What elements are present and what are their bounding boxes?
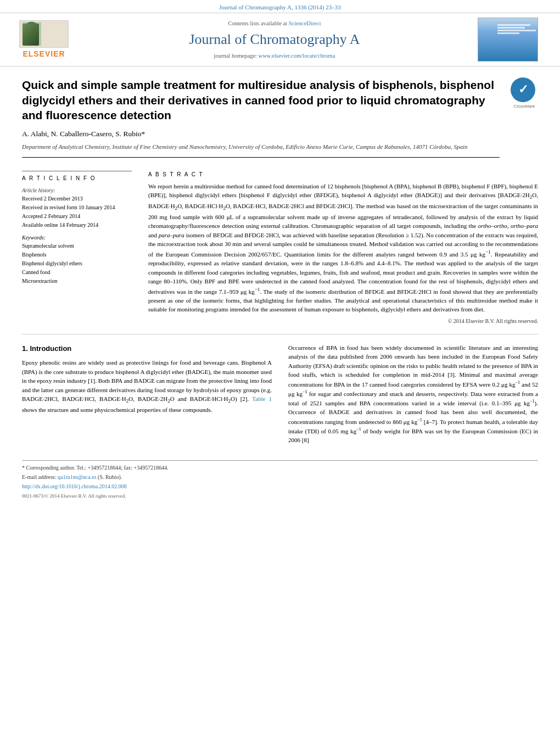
svg-point-3 [24,27,35,37]
main-content: Quick and simple sample treatment for mu… [0,66,560,510]
abstract-column: A B S T R A C T We report herein a multi… [148,171,538,325]
sciencedirect-link[interactable]: ScienceDirect [289,20,321,26]
article-info-column: A R T I C L E I N F O Article history: R… [22,171,132,325]
svg-point-4 [28,32,39,41]
crossmark-label: CrossMark [511,103,538,109]
keyword-1: Supramolecular solvent [22,242,132,250]
affiliation: Department of Analytical Chemistry, Inst… [22,143,500,157]
cover-line-4 [497,32,519,34]
intro-section-title: 1. Introduction [22,343,272,354]
body-left-col: 1. Introduction Epoxy phenolic resins ar… [22,343,272,449]
footnote-section: * Corresponding author. Tel.: +349572186… [22,460,538,500]
page: Journal of Chromatography A, 1336 (2014)… [0,0,560,742]
journal-title: Journal of Chromatography A [77,30,472,49]
history-label: Article history: [22,187,132,194]
footnote-author: * Corresponding author. Tel.: +349572186… [22,464,538,472]
journal-citation: Journal of Chromatography A, 1336 (2014)… [219,4,341,10]
elsevier-tree-svg [20,20,68,48]
crossmark-logo: ✓ CrossMark [511,77,538,105]
abstract-header: A B S T R A C T [148,171,538,178]
journal-cover-area [478,18,544,62]
table-1-ref[interactable]: Table 1 [252,395,272,402]
keywords-group: Keywords: Supramolecular solvent Bisphen… [22,234,132,286]
footnote-doi: http://dx.doi.org/10.1016/j.chroma.2014.… [22,483,538,490]
article-info-box: A R T I C L E I N F O Article history: R… [22,171,132,286]
journal-top-bar: Journal of Chromatography A, 1336 (2014)… [0,0,560,13]
header-section: ELSEVIER Contents lists available at Sci… [0,13,560,66]
section-divider-1 [22,334,538,334]
cover-decoration [497,24,536,34]
svg-rect-5 [31,41,33,45]
cover-line-1 [497,24,530,26]
article-info-abstract-section: A R T I C L E I N F O Article history: R… [22,171,538,325]
elsevier-logo: ELSEVIER [16,20,71,60]
article-title-section: Quick and simple sample treatment for mu… [22,77,538,164]
introduction-section: 1. Introduction Epoxy phenolic resins ar… [22,343,538,449]
contents-line: Contents lists available at ScienceDirec… [77,20,472,28]
issn-line: 0021-9673/© 2014 Elsevier B.V. All right… [22,493,538,500]
cover-line-3 [497,30,536,31]
article-info-header: A R T I C L E I N F O [22,175,132,182]
journal-homepage: journal homepage: www.elsevier.com/locat… [77,52,472,60]
journal-homepage-link[interactable]: www.elsevier.com/locate/chroma [259,53,335,59]
svg-point-2 [25,21,38,32]
copyright-line: © 2014 Elsevier B.V. All rights reserved… [148,317,538,325]
keywords-label: Keywords: [22,234,132,242]
body-right-col: Occurrence of BPA in food has been widel… [288,343,538,449]
svg-rect-0 [20,20,68,47]
keyword-3: Bisphenol diglycidyl ethers [22,259,132,268]
authors: A. Alabi, N. Caballero-Casero, S. Rubio* [22,129,500,140]
journal-cover-image [478,18,538,62]
elsevier-logo-image [19,20,69,48]
svg-rect-1 [23,22,41,46]
author-email-link[interactable]: qa1ru1ns@uca.es [58,474,97,480]
footnote-email: E-mail address: qa1ru1ns@uca.es (S. Rubi… [22,473,538,481]
article-title-area: Quick and simple sample treatment for mu… [22,77,500,164]
keyword-5: Microextraction [22,277,132,286]
article-title: Quick and simple sample treatment for mu… [22,77,500,122]
abstract-text: We report herein a multiresidue method f… [148,182,538,314]
cover-line-2 [497,27,525,29]
elsevier-wordmark: ELSEVIER [23,49,65,60]
crossmark-icon: ✓ [511,77,535,102]
intro-para-2: Occurrence of BPA in food has been widel… [288,343,538,445]
keywords-list: Supramolecular solvent Bisphenols Bisphe… [22,242,132,286]
keyword-4: Canned food [22,268,132,277]
journal-header-center: Contents lists available at ScienceDirec… [77,20,472,60]
intro-para-1: Epoxy phenolic resins are widely used as… [22,358,272,414]
received-date: Received 2 December 2013 Received in rev… [22,194,132,230]
keyword-2: Bisphenols [22,250,132,259]
publisher-logo-area: ELSEVIER [16,20,71,60]
article-history-group: Article history: Received 2 December 201… [22,187,132,230]
doi-link[interactable]: http://dx.doi.org/10.1016/j.chroma.2014.… [22,483,127,489]
